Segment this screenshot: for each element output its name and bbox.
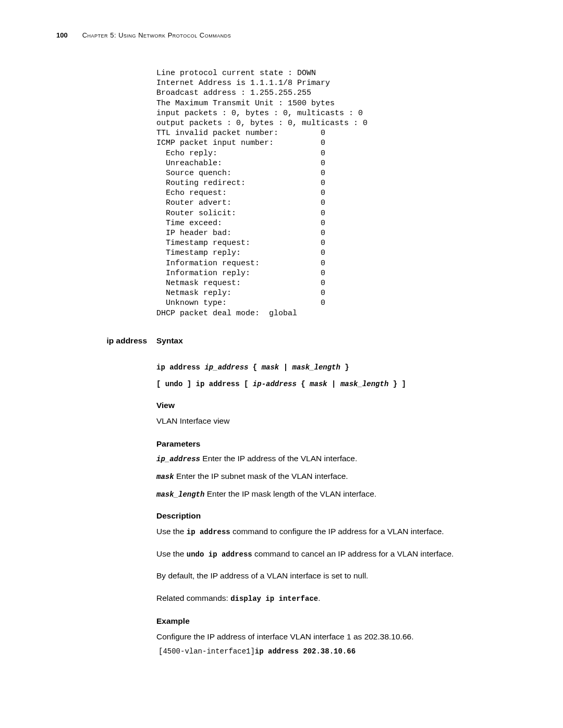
page-number: 100: [56, 31, 68, 39]
syntax-arg: mask_length: [292, 363, 340, 372]
syntax-cmd: ip address: [156, 363, 204, 372]
syntax-arg: ip_address: [204, 363, 248, 372]
parameter-row: mask Enter the IP subnet mask of the VLA…: [156, 472, 507, 481]
example-cmd: ip address 202.38.10.66: [255, 647, 356, 656]
example-heading: Example: [156, 616, 507, 626]
inline-code: undo ip address: [187, 550, 252, 559]
description-p1: Use the ip address command to configure …: [156, 526, 507, 537]
view-heading: View: [156, 401, 507, 410]
syntax-text: } ]: [388, 380, 406, 388]
text: Use the: [156, 549, 187, 558]
command-name: ip address: [56, 336, 156, 346]
syntax-text: }: [340, 363, 349, 372]
text: .: [318, 594, 320, 602]
param-name: mask_length: [156, 490, 204, 499]
text: Use the: [156, 527, 187, 536]
prompt: [4500-vlan-interface1]: [158, 647, 255, 656]
example-text: Configure the IP address of interface VL…: [156, 631, 507, 643]
text: Related commands:: [156, 594, 230, 602]
description-p2: Use the undo ip address command to cance…: [156, 548, 507, 560]
inline-code: ip address: [187, 528, 230, 536]
syntax-text: |: [279, 363, 292, 372]
syntax-heading: Syntax: [156, 336, 507, 346]
description-p4: Related commands: display ip interface.: [156, 593, 507, 604]
syntax-line-2: [ undo ] ip address [ ip-address { mask …: [156, 380, 507, 388]
syntax-arg: mask_length: [340, 380, 388, 388]
syntax-text: {: [248, 363, 261, 372]
param-name: mask: [156, 473, 174, 481]
syntax-arg: mask: [310, 380, 327, 388]
description-heading: Description: [156, 511, 507, 521]
syntax-text: |: [327, 380, 340, 388]
param-desc: Enter the IP mask length of the VLAN int…: [204, 489, 376, 498]
text: command to cancel an IP address for a VL…: [252, 549, 454, 558]
syntax-text: {: [297, 380, 310, 388]
syntax-arg: mask: [262, 363, 279, 372]
page-header: 100 Chapter 5: Using Network Protocol Co…: [0, 31, 563, 39]
syntax-line-1: ip address ip_address { mask | mask_leng…: [156, 363, 507, 372]
syntax-arg: ip-address: [253, 380, 297, 388]
syntax-text: [ undo ] ip address [: [156, 380, 253, 388]
parameter-row: mask_length Enter the IP mask length of …: [156, 489, 507, 499]
param-desc: Enter the IP address of the VLAN interfa…: [200, 454, 357, 463]
view-text: VLAN Interface view: [156, 415, 507, 427]
chapter-title: Chapter 5: Using Network Protocol Comman…: [82, 31, 231, 39]
description-p3: By default, the IP address of a VLAN int…: [156, 570, 507, 582]
content: Line protocol current state : DOWN Inter…: [0, 68, 563, 656]
example-code: [4500-vlan-interface1]ip address 202.38.…: [158, 647, 507, 656]
param-name: ip_address: [156, 455, 200, 463]
text: command to configure the IP address for …: [230, 527, 444, 536]
parameters-heading: Parameters: [156, 439, 507, 449]
inline-code: display ip interface: [230, 595, 318, 603]
command-heading-row: ip address Syntax: [56, 336, 507, 351]
parameter-row: ip_address Enter the IP address of the V…: [156, 454, 507, 463]
param-desc: Enter the IP subnet mask of the VLAN int…: [174, 472, 348, 480]
terminal-output: Line protocol current state : DOWN Inter…: [156, 68, 507, 318]
